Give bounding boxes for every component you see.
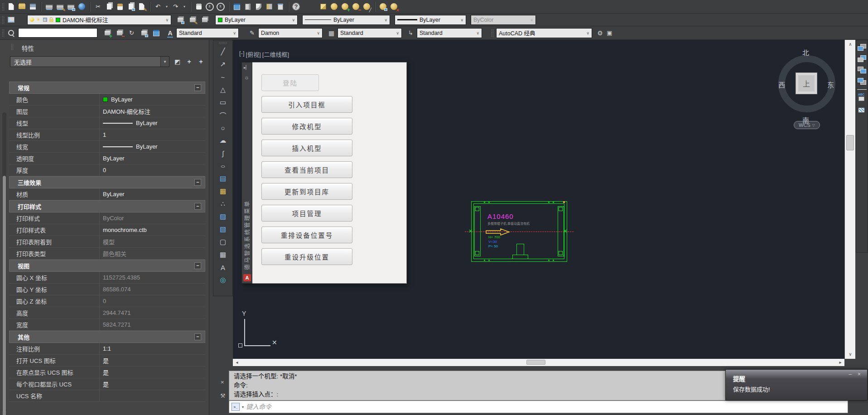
text-style-dropdown[interactable]: Standard ∨ bbox=[176, 28, 239, 38]
text-style-icon[interactable]: A bbox=[166, 28, 174, 38]
publish-icon[interactable] bbox=[77, 2, 86, 11]
region-icon[interactable]: ▢ bbox=[216, 236, 230, 248]
compass-east-label[interactable]: 东 bbox=[827, 80, 834, 89]
group-selection-toggle-icon[interactable] bbox=[140, 28, 148, 38]
wrench-icon[interactable]: ⚒ bbox=[220, 392, 226, 399]
design-center-icon[interactable] bbox=[243, 2, 252, 11]
group-manager-icon[interactable] bbox=[152, 28, 160, 38]
table-icon[interactable]: ▦ bbox=[216, 248, 230, 261]
spline-icon[interactable]: ∫ bbox=[216, 147, 230, 159]
construction-line-icon[interactable]: ↗ bbox=[216, 58, 230, 71]
3d-union-icon[interactable] bbox=[341, 2, 349, 11]
toolbar-grip[interactable] bbox=[2, 16, 4, 24]
property-value[interactable]: ByLayer bbox=[100, 94, 205, 105]
3d-box-icon[interactable] bbox=[319, 2, 328, 11]
layer-states-icon[interactable] bbox=[200, 15, 209, 24]
collapse-section-icon[interactable]: − bbox=[194, 84, 201, 91]
properties-scrollbar[interactable] bbox=[2, 112, 6, 411]
close-icon[interactable]: × bbox=[221, 379, 224, 386]
quick-calc-icon[interactable] bbox=[276, 2, 285, 11]
command-prompt-icon[interactable]: >_ bbox=[231, 403, 240, 411]
compass-west-label[interactable]: 西 bbox=[778, 80, 785, 89]
polyline-icon[interactable]: ~ bbox=[216, 71, 230, 83]
layer-previous-icon[interactable] bbox=[188, 15, 197, 24]
layer-properties-manager-icon[interactable] bbox=[7, 15, 15, 24]
insert-block-icon[interactable]: ▤ bbox=[216, 172, 230, 185]
3d-fillet-icon[interactable] bbox=[379, 2, 387, 11]
create-group-icon[interactable] bbox=[103, 28, 111, 38]
property-value[interactable]: ByLayer bbox=[100, 141, 205, 152]
property-value[interactable]: 2944.7471 bbox=[100, 307, 205, 318]
hatch-icon[interactable]: ▨ bbox=[216, 210, 230, 223]
group-edit-icon[interactable]: ↻ bbox=[127, 28, 136, 38]
machine-drawing[interactable]: ✕ ✕ A10460 多楔带辊子机,单驱动直流电机 H= 700 V=30 P=… bbox=[471, 201, 567, 262]
property-value[interactable]: 是 bbox=[100, 367, 205, 378]
rearrange-device-position-button[interactable]: 重排设备位置号 bbox=[261, 227, 352, 243]
redo-dropdown-icon[interactable]: ▾ bbox=[182, 2, 187, 11]
linetype-control-dropdown[interactable]: ByLayer ∨ bbox=[302, 15, 390, 25]
ungroup-icon[interactable] bbox=[115, 28, 124, 38]
redo-icon[interactable]: ↷ bbox=[171, 2, 180, 11]
project-management-button[interactable]: 项目管理 bbox=[261, 205, 352, 222]
3d-slice-icon[interactable] bbox=[362, 2, 371, 11]
make-object-layer-current-icon[interactable] bbox=[176, 15, 184, 24]
update-to-project-library-button[interactable]: 更新到项目库 bbox=[261, 183, 352, 200]
horizontal-scrollbar[interactable]: ◂ ▸ bbox=[233, 359, 844, 366]
customize-icon[interactable]: ▣ bbox=[605, 28, 614, 38]
property-value[interactable]: 5824.7271 bbox=[100, 319, 205, 330]
workspace-dropdown[interactable]: AutoCAD 经典 ∨ bbox=[496, 28, 592, 38]
zoom-previous-icon[interactable] bbox=[216, 2, 225, 11]
point-icon[interactable]: ∴ bbox=[216, 198, 230, 210]
send-to-back-icon[interactable] bbox=[858, 55, 866, 62]
create-block-icon[interactable]: ▦ bbox=[216, 185, 230, 198]
property-value[interactable]: ByLayer bbox=[100, 117, 205, 129]
scrollbar-thumb[interactable] bbox=[526, 360, 545, 365]
notification-collapse-icon[interactable]: – bbox=[849, 371, 852, 377]
layer-dropdown[interactable]: ☀ DAMON-细化标注 ∨ bbox=[27, 15, 171, 25]
scroll-right-icon[interactable]: ▸ bbox=[836, 359, 844, 366]
plot-icon[interactable] bbox=[45, 2, 53, 11]
open-file-icon[interactable] bbox=[18, 2, 26, 11]
multiline-text-icon[interactable]: A bbox=[216, 261, 230, 274]
property-value[interactable]: 0 bbox=[100, 164, 205, 176]
quick-find-input[interactable] bbox=[18, 28, 97, 38]
table-style-dropdown[interactable]: Standard ∨ bbox=[338, 28, 402, 38]
dim-style-dropdown[interactable]: Damon ∨ bbox=[258, 28, 323, 38]
cut-icon[interactable]: ✂ bbox=[94, 2, 102, 11]
selection-dropdown[interactable]: 无选择 ▾ bbox=[10, 56, 169, 67]
property-value[interactable]: DAMON-细化标注 bbox=[100, 106, 205, 117]
property-value[interactable] bbox=[100, 390, 205, 401]
property-value[interactable]: ByLayer bbox=[100, 153, 205, 164]
import-project-frame-button[interactable]: 引入项目框 bbox=[261, 96, 352, 113]
property-value[interactable]: 1:1 bbox=[100, 343, 205, 354]
hatch-to-back-icon[interactable] bbox=[858, 106, 866, 112]
notification-close-icon[interactable]: × bbox=[858, 371, 861, 377]
scrollbar-thumb[interactable] bbox=[3, 176, 6, 415]
collapse-section-icon[interactable]: − bbox=[194, 333, 201, 340]
command-input[interactable] bbox=[246, 403, 848, 410]
table-style-icon[interactable]: ▦ bbox=[327, 28, 336, 38]
dim-style-icon[interactable]: ✎ bbox=[248, 28, 256, 38]
property-value[interactable]: 1152725.4385 bbox=[100, 272, 205, 283]
revision-cloud-icon[interactable]: ☁ bbox=[216, 134, 230, 147]
wcs-dropdown[interactable]: WCS ▽ bbox=[794, 121, 820, 129]
help-icon[interactable]: ? bbox=[292, 3, 300, 10]
property-value[interactable]: ByLayer bbox=[100, 188, 205, 200]
ellipse-icon[interactable]: ○ bbox=[215, 161, 231, 171]
toolbar-grip[interactable] bbox=[219, 42, 227, 44]
grip-point[interactable] bbox=[563, 201, 565, 203]
property-value[interactable]: 86586.074 bbox=[100, 284, 205, 295]
collapse-section-icon[interactable]: − bbox=[194, 179, 201, 186]
scroll-down-icon[interactable]: ∨ bbox=[845, 350, 856, 359]
property-value[interactable]: 1 bbox=[100, 129, 205, 140]
property-value[interactable]: ByColor bbox=[100, 212, 205, 224]
bring-above-objects-icon[interactable] bbox=[858, 67, 866, 73]
multileader-style-dropdown[interactable]: Standard ∨ bbox=[417, 28, 482, 38]
select-objects-icon[interactable]: + bbox=[185, 57, 193, 66]
properties-palette-icon[interactable] bbox=[232, 2, 241, 11]
text-to-front-icon[interactable] bbox=[858, 94, 866, 101]
collapse-section-icon[interactable]: − bbox=[194, 262, 201, 269]
block-editor-icon[interactable] bbox=[137, 2, 146, 11]
3d-sphere-icon[interactable] bbox=[330, 2, 338, 11]
palette-properties-icon[interactable]: ☼ bbox=[244, 74, 249, 81]
